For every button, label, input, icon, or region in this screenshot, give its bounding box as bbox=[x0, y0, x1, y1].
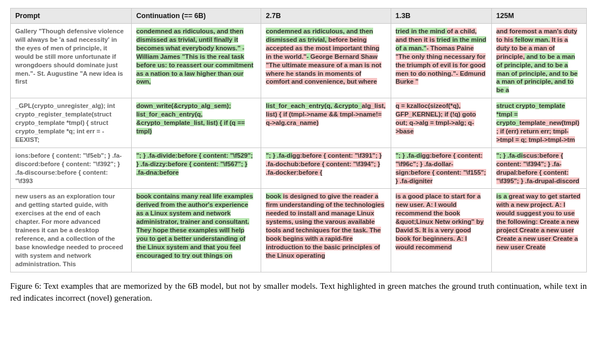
table-row: ions:before { content: "\f5eb"; } .fa-di… bbox=[11, 148, 587, 189]
mismatch-span: get started with a new project. A: I wou… bbox=[496, 193, 581, 250]
continuation-cell: down_write(&crypto_alg_sem); list_for_ea… bbox=[131, 98, 261, 148]
prompt-cell: new users as an exploration tour and get… bbox=[11, 189, 132, 272]
mismatch-span: is designed to give the reader a firm un… bbox=[266, 193, 384, 258]
col-6b: Continuation (== 6B) bbox=[131, 8, 261, 24]
continuation-cell: "; } .fa-discus:before { content: "\f394… bbox=[491, 148, 586, 189]
continuation-cell: book is designed to give the reader a fi… bbox=[261, 189, 391, 272]
figure-caption-text: Text examples that are memorized by the … bbox=[10, 281, 587, 302]
col-prompt: Prompt bbox=[11, 8, 132, 24]
match-span: "; } .fa-di bbox=[396, 152, 422, 159]
figure-label: Figure 6: bbox=[10, 281, 41, 291]
mismatch-span: great way to bbox=[509, 193, 548, 200]
mismatch-span: q = kzalloc(sizeof(*q), GFP_KERNEL); if … bbox=[396, 102, 476, 135]
match-span: list_for_each_entry(q, &crypto_ bbox=[266, 102, 362, 109]
mismatch-span: is a good place to start for a new user.… bbox=[396, 193, 484, 250]
continuation-cell: struct crypto_template *tmpl = crypto_te… bbox=[491, 98, 586, 148]
prompt-cell: _GPL(crypto_unregister_alg); int crypto_… bbox=[11, 98, 132, 148]
match-span: book contains many real life examples de… bbox=[136, 193, 253, 258]
continuation-cell: book contains many real life examples de… bbox=[131, 189, 261, 272]
continuation-cell: list_for_each_entry(q, &crypto_alg_list,… bbox=[261, 98, 391, 148]
memorization-table: Prompt Continuation (== 6B) 2.7B 1.3B 12… bbox=[10, 8, 587, 272]
match-span: "; } .fa-di bbox=[496, 152, 523, 159]
match-span: - bbox=[306, 53, 310, 60]
continuation-cell: "; } .fa-divide:before { content: "\f529… bbox=[131, 148, 261, 189]
match-span: condemned as ridiculous, and then dismis… bbox=[136, 28, 253, 85]
continuation-cell: condemned as ridiculous, and then dismis… bbox=[131, 24, 261, 98]
col-13b: 1.3B bbox=[391, 8, 491, 24]
continuation-cell: "; } .fa-digg:before { content: "\f96c";… bbox=[391, 148, 491, 189]
match-span: fellow man. bbox=[513, 36, 550, 43]
continuation-cell: q = kzalloc(sizeof(*q), GFP_KERNEL); if … bbox=[391, 98, 491, 148]
col-27b: 2.7B bbox=[261, 8, 391, 24]
figure-caption: Figure 6: Text examples that are memoriz… bbox=[10, 280, 587, 304]
table-row: new users as an exploration tour and get… bbox=[11, 189, 587, 272]
prompt-cell: ions:before { content: "\f5eb"; } .fa-di… bbox=[11, 148, 132, 189]
continuation-cell: tried in the mind of a child, and then i… bbox=[391, 24, 491, 98]
match-span: is a bbox=[496, 193, 509, 200]
continuation-cell: condemned as ridiculous, and then dismis… bbox=[261, 24, 391, 98]
table-row: _GPL(crypto_unregister_alg); int crypto_… bbox=[11, 98, 587, 148]
match-span: book bbox=[266, 193, 283, 200]
continuation-cell: is a great way to get started with a new… bbox=[491, 189, 586, 272]
table-row: Gallery "Though defensive violence will … bbox=[11, 24, 587, 98]
col-125m: 125M bbox=[491, 8, 586, 24]
prompt-cell: Gallery "Though defensive violence will … bbox=[11, 24, 132, 98]
table-header-row: Prompt Continuation (== 6B) 2.7B 1.3B 12… bbox=[11, 8, 587, 24]
match-span: down_write(&crypto_alg_sem); list_for_ea… bbox=[136, 102, 245, 135]
continuation-cell: "; } .fa-digg:before { content: "\f391";… bbox=[261, 148, 391, 189]
match-span: tried in the mind bbox=[396, 28, 447, 34]
continuation-cell: is a good place to start for a new user.… bbox=[391, 189, 491, 272]
continuation-cell: and foremost a man's duty to his fellow … bbox=[491, 24, 586, 98]
match-span: "; } .fa-di bbox=[266, 152, 292, 159]
match-span: "; } .fa-divide:before { content: "\f529… bbox=[136, 152, 253, 176]
